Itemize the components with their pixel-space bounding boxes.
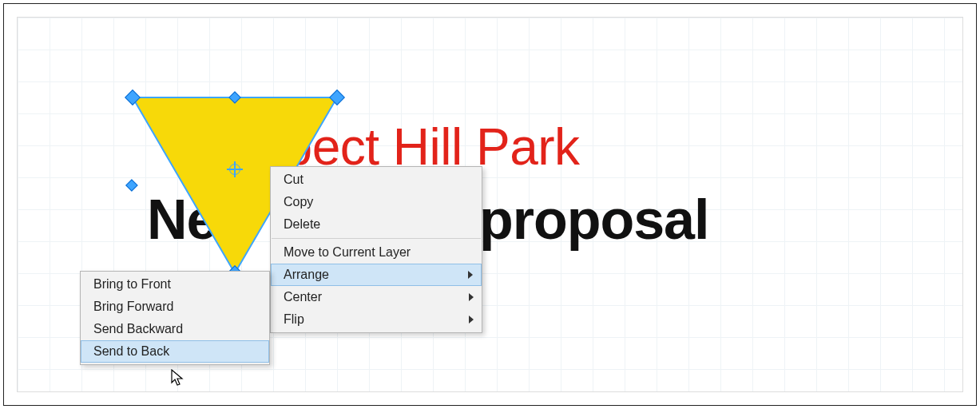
menu-item-label: Arrange xyxy=(284,268,329,281)
menu-item-flip[interactable]: Flip xyxy=(271,308,482,331)
submenu-item-send-backward[interactable]: Send Backward xyxy=(81,318,269,340)
menu-item-arrange[interactable]: Arrange xyxy=(271,264,482,286)
menu-item-label: Center xyxy=(284,290,322,304)
submenu-item-bring-forward[interactable]: Bring Forward xyxy=(81,296,269,318)
menu-item-delete[interactable]: Delete xyxy=(271,213,482,236)
menu-item-copy[interactable]: Copy xyxy=(271,191,482,213)
menu-item-center[interactable]: Center xyxy=(271,286,482,308)
submenu-arrow-icon xyxy=(469,293,474,301)
menu-item-label: Send to Back xyxy=(93,344,169,358)
menu-item-move-to-current-layer[interactable]: Move to Current Layer xyxy=(271,241,482,264)
menu-item-label: Flip xyxy=(284,312,304,326)
menu-item-cut[interactable]: Cut xyxy=(271,169,482,191)
mouse-cursor-icon xyxy=(171,369,185,388)
menu-item-label: Copy xyxy=(284,195,313,208)
menu-item-label: Move to Current Layer xyxy=(284,245,411,259)
submenu-arrow-icon xyxy=(468,271,473,279)
submenu-item-bring-to-front[interactable]: Bring to Front xyxy=(81,273,269,296)
menu-item-label: Delete xyxy=(284,217,320,231)
submenu-arrow-icon xyxy=(469,316,474,324)
menu-item-label: Bring Forward xyxy=(93,300,173,313)
submenu-item-send-to-back[interactable]: Send to Back xyxy=(81,340,269,363)
context-menu[interactable]: Cut Copy Delete Move to Current Layer Ar… xyxy=(270,166,482,333)
menu-item-label: Bring to Front xyxy=(93,277,171,291)
menu-item-label: Send Backward xyxy=(93,322,183,336)
menu-item-label: Cut xyxy=(284,173,304,186)
arrange-submenu[interactable]: Bring to Front Bring Forward Send Backwa… xyxy=(80,271,270,365)
menu-separator xyxy=(272,238,481,239)
drawing-canvas[interactable]: Prospect Hill Park New seating proposal … xyxy=(17,17,963,392)
window-frame: Prospect Hill Park New seating proposal … xyxy=(3,3,977,406)
